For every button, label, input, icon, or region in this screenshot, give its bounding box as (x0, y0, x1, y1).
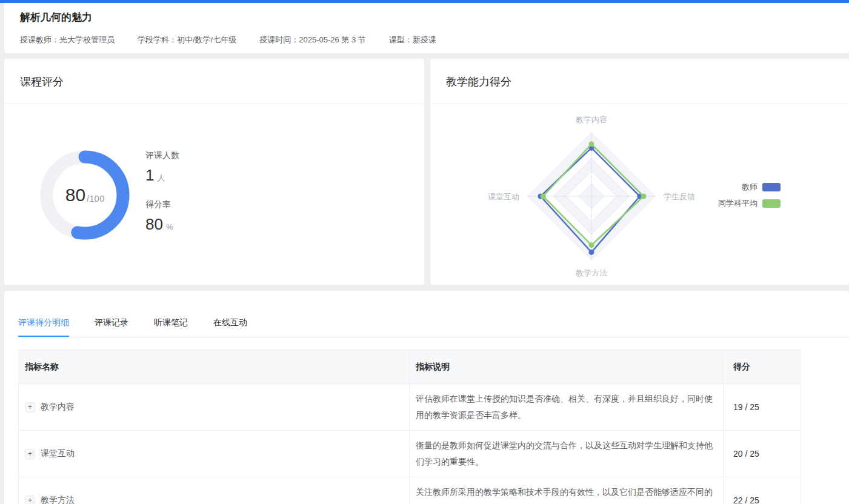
score-value: 80 (65, 185, 85, 205)
page-title: 解析几何的魅力 (20, 10, 849, 25)
score-total: /100 (87, 187, 104, 204)
detail-section-card: 评课得分明细 评课记录 听课笔记 在线互动 指标名称 指标说明 得分 + 教学内… (4, 291, 849, 504)
indicator-name-cell: + 课堂互动 (25, 448, 403, 459)
legend-item-subject-average[interactable]: 同学科平均 (718, 198, 781, 209)
table-row: + 教学方法 关注教师所采用的教学策略和技术手段的有效性，以及它们是否能够适应不… (19, 477, 801, 504)
stat-score-rate: 得分率 80% (145, 199, 179, 234)
teaching-ability-card: 教学能力得分 教学内容学生反馈教学方法课堂互动 教师 同学科平均 (430, 59, 849, 285)
meta-time: 授课时间：2025-05-26 第 3 节 (259, 35, 366, 45)
tab-evaluation-records[interactable]: 评课记录 (95, 317, 128, 337)
meta-course-type: 课型：新授课 (389, 35, 436, 45)
legend-item-teacher[interactable]: 教师 (718, 182, 781, 193)
radar-legend: 教师 同学科平均 (718, 182, 781, 214)
score-detail-table: 指标名称 指标说明 得分 + 教学内容 评估教师在课堂上传授的知识是否准确、相关… (18, 350, 801, 504)
header-indicator-name: 指标名称 (19, 350, 410, 384)
stat-evaluator-count: 评课人数 1人 (145, 150, 179, 185)
expand-row-button[interactable]: + (25, 449, 35, 459)
score-donut-label: 80 /100 (40, 150, 130, 240)
indicator-name-cell: + 教学内容 (25, 402, 403, 413)
course-header-card: 解析几何的魅力 授课教师：光大学校管理员 学段学科：初中/数学/七年级 授课时间… (4, 3, 849, 53)
course-meta: 授课教师：光大学校管理员 学段学科：初中/数学/七年级 授课时间：2025-05… (20, 35, 849, 45)
radar-data-point (641, 194, 647, 199)
indicator-desc-cell: 衡量的是教师如何促进课堂内的交流与合作，以及这些互动对学生理解和支持他们学习的重… (410, 431, 724, 477)
teaching-ability-title: 教学能力得分 (430, 59, 849, 104)
indicator-desc-cell: 关注教师所采用的教学策略和技术手段的有效性，以及它们是否能够适应不同的学习风格和… (410, 477, 724, 504)
course-score-card: 课程评分 80 /100 评课人数 1人 得分率 80% (4, 59, 424, 285)
indicator-score-cell: 19 / 25 (724, 384, 801, 431)
legend-swatch-subject-average (762, 199, 781, 208)
indicator-score-cell: 22 / 25 (724, 477, 801, 504)
radar-data-point (589, 141, 594, 147)
radar-data-point (589, 242, 594, 248)
table-row: + 教学内容 评估教师在课堂上传授的知识是否准确、相关、有深度，并且组织良好，同… (19, 384, 801, 431)
course-score-title: 课程评分 (4, 59, 424, 104)
indicator-name-cell: + 教学方法 (25, 495, 403, 504)
expand-row-button[interactable]: + (25, 402, 35, 413)
radar-axis-label: 教学方法 (576, 268, 607, 277)
radar-axis-label: 教学内容 (576, 115, 607, 124)
header-score: 得分 (724, 350, 801, 384)
indicator-score-cell: 20 / 25 (724, 431, 801, 477)
table-header-row: 指标名称 指标说明 得分 (19, 350, 801, 384)
tab-score-detail[interactable]: 评课得分明细 (18, 317, 69, 337)
tab-listening-notes[interactable]: 听课笔记 (154, 317, 188, 337)
meta-teacher: 授课教师：光大学校管理员 (20, 35, 115, 45)
indicator-desc-cell: 评估教师在课堂上传授的知识是否准确、相关、有深度，并且组织良好，同时使用的教学资… (410, 384, 724, 431)
detail-tabs: 评课得分明细 评课记录 听课笔记 在线互动 (18, 291, 849, 337)
meta-subject: 学段学科：初中/数学/七年级 (138, 35, 236, 45)
header-indicator-desc: 指标说明 (410, 350, 724, 384)
score-donut: 80 /100 (40, 150, 130, 240)
legend-swatch-teacher (762, 183, 781, 191)
tab-online-interaction[interactable]: 在线互动 (213, 317, 247, 337)
radar-data-point (541, 194, 546, 199)
radar-axis-label: 学生反馈 (664, 192, 695, 201)
table-row: + 课堂互动 衡量的是教师如何促进课堂内的交流与合作，以及这些互动对学生理解和支… (19, 431, 801, 477)
radar-data-point (589, 250, 594, 255)
expand-row-button[interactable]: + (25, 496, 35, 504)
score-stats: 评课人数 1人 得分率 80% (145, 150, 179, 234)
radar-axis-label: 课堂互动 (488, 192, 519, 201)
